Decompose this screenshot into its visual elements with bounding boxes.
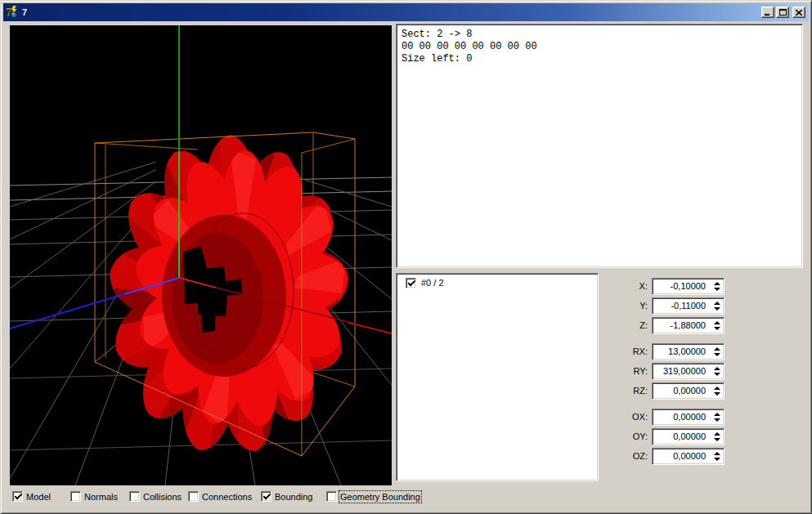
- option-label: Model: [26, 492, 51, 502]
- axis-label: RY:: [618, 366, 648, 376]
- option-label: Normals: [84, 492, 118, 502]
- spin-field-ox[interactable]: 0,00000: [652, 409, 725, 426]
- window-title: 7: [22, 7, 27, 17]
- spin-buttons: [713, 281, 720, 292]
- spin-up-arrow-icon[interactable]: [714, 432, 720, 436]
- spin-row-x: X:-0,10000: [618, 278, 725, 295]
- spin-up-arrow-icon[interactable]: [714, 367, 720, 370]
- item-label: #0 / 2: [421, 278, 444, 288]
- spin-value: 13,00000: [668, 346, 706, 356]
- spin-up-arrow-icon[interactable]: [714, 282, 720, 285]
- log-line: 00 00 00 00 00 00 00 00: [402, 41, 797, 53]
- spin-value: 0,00000: [673, 451, 706, 461]
- spin-row-oy: OY:0,00000: [618, 428, 725, 445]
- spin-down-arrow-icon[interactable]: [714, 288, 720, 291]
- item-checkbox[interactable]: [406, 278, 416, 288]
- spin-row-z: Z:-1,88000: [618, 317, 725, 334]
- log-panel[interactable]: Sect: 2 -> 800 00 00 00 00 00 00 00Size …: [396, 24, 803, 268]
- spin-down-arrow-icon[interactable]: [714, 438, 720, 441]
- 3d-viewport[interactable]: [10, 25, 392, 485]
- spin-value: -1,88000: [671, 320, 706, 330]
- minimize-icon: [765, 10, 771, 16]
- minimize-button[interactable]: [761, 7, 774, 18]
- spin-down-arrow-icon[interactable]: [714, 458, 720, 461]
- spin-field-x[interactable]: -0,10000: [652, 278, 725, 295]
- titlebar[interactable]: 7 7: [3, 3, 809, 21]
- spin-down-arrow-icon[interactable]: [714, 373, 720, 376]
- axis-label: OY:: [618, 431, 648, 441]
- spin-down-arrow-icon[interactable]: [714, 327, 720, 330]
- spin-up-arrow-icon[interactable]: [714, 302, 720, 305]
- option-checkbox[interactable]: [129, 491, 140, 502]
- spin-up-arrow-icon[interactable]: [714, 321, 720, 324]
- spin-up-arrow-icon[interactable]: [714, 413, 720, 416]
- svg-text:7: 7: [6, 7, 11, 19]
- axis-label: OX:: [618, 412, 648, 422]
- log-line: Sect: 2 -> 8: [402, 29, 797, 41]
- option-checkbox[interactable]: [70, 491, 81, 502]
- spin-buttons: [713, 346, 720, 357]
- spin-buttons: [713, 412, 720, 422]
- spin-value: 0,00000: [673, 431, 706, 441]
- spin-buttons: [713, 366, 720, 377]
- option-checkbox[interactable]: [188, 491, 199, 502]
- option-checkbox[interactable]: [12, 491, 23, 502]
- spin-row-oz: OZ:0,00000: [618, 448, 725, 465]
- spin-down-arrow-icon[interactable]: [714, 353, 720, 356]
- spin-up-arrow-icon[interactable]: [714, 347, 720, 351]
- spin-row-rx: RX:13,00000: [618, 343, 725, 360]
- display-options-bar: ModelNormalsCollisionsConnectionsBoundin…: [1, 491, 812, 504]
- spin-field-rz[interactable]: 0,00000: [652, 382, 725, 400]
- app-icon: 7: [6, 6, 19, 19]
- axis-label: RX:: [618, 346, 648, 356]
- axis-label: Y:: [618, 301, 648, 311]
- maximize-icon: [779, 9, 787, 16]
- option-checkbox[interactable]: [261, 491, 271, 502]
- spin-buttons: [713, 301, 720, 311]
- spin-row-rz: RZ:0,00000: [618, 382, 725, 400]
- spin-value: 0,00000: [673, 386, 706, 396]
- spin-value: 0,00000: [673, 412, 706, 422]
- spin-field-y[interactable]: -0,11000: [652, 297, 725, 315]
- spin-down-arrow-icon[interactable]: [714, 392, 720, 396]
- spin-row-y: Y:-0,11000: [618, 297, 725, 315]
- spin-up-arrow-icon[interactable]: [714, 387, 720, 390]
- spin-value: -0,10000: [671, 281, 706, 291]
- close-button[interactable]: [792, 7, 805, 18]
- spin-value: 319,00000: [663, 366, 706, 376]
- log-line: Size left: 0: [402, 53, 797, 65]
- app-window: 7 7 Sect:: [0, 0, 812, 514]
- axis-label: OZ:: [618, 451, 648, 461]
- spin-buttons: [713, 451, 720, 462]
- option-label: Geometry Bounding: [340, 492, 420, 502]
- option-label: Bounding: [275, 492, 313, 502]
- spin-row-ry: RY:319,00000: [618, 363, 725, 380]
- spin-field-ry[interactable]: 319,00000: [652, 363, 725, 380]
- object-list[interactable]: #0 / 2: [396, 273, 599, 481]
- spin-buttons: [713, 320, 720, 331]
- axis-label: X:: [618, 281, 648, 291]
- list-item[interactable]: #0 / 2: [401, 277, 598, 292]
- spin-field-rx[interactable]: 13,00000: [652, 343, 725, 360]
- spin-field-oy[interactable]: 0,00000: [652, 428, 725, 445]
- spin-row-ox: OX:0,00000: [618, 409, 725, 426]
- close-icon: [796, 10, 802, 16]
- spin-buttons: [713, 431, 720, 442]
- axis-label: Z:: [618, 320, 648, 330]
- option-label: Connections: [202, 492, 252, 502]
- spin-field-z[interactable]: -1,88000: [652, 317, 725, 334]
- spin-down-arrow-icon[interactable]: [714, 418, 720, 422]
- spin-buttons: [713, 386, 720, 396]
- spin-down-arrow-icon[interactable]: [714, 307, 720, 311]
- option-label: Collisions: [143, 492, 182, 502]
- transform-panel: X:-0,10000Y:-0,11000Z:-1,88000RX:13,0000…: [618, 278, 725, 474]
- spin-up-arrow-icon[interactable]: [714, 452, 720, 455]
- spin-field-oz[interactable]: 0,00000: [652, 448, 725, 465]
- spin-value: -0,11000: [671, 301, 706, 311]
- axis-label: RZ:: [618, 386, 648, 396]
- option-checkbox[interactable]: [326, 491, 337, 502]
- maximize-button[interactable]: [776, 7, 789, 18]
